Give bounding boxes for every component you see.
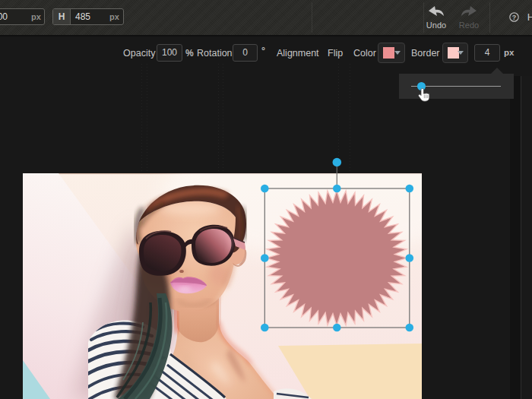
svg-text:?: ? bbox=[512, 14, 517, 21]
